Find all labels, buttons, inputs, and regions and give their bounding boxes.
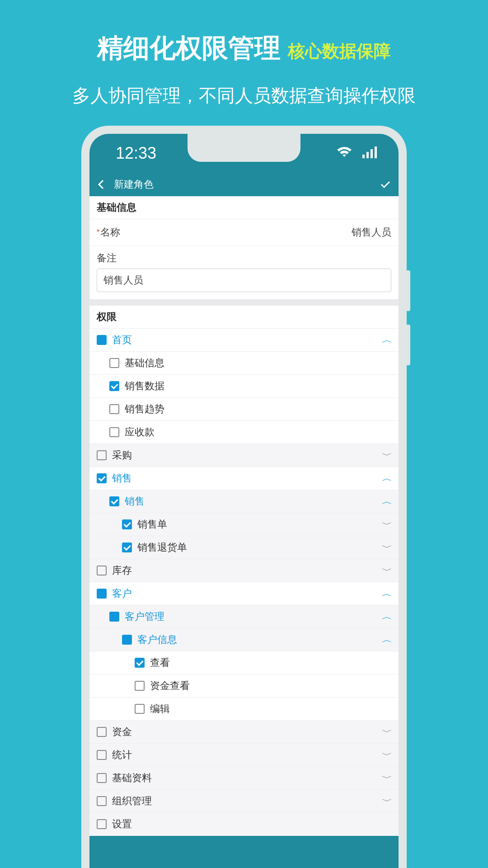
chevron-up-icon[interactable]: ︿ <box>382 634 392 645</box>
permission-label: 客户管理 <box>125 610 383 623</box>
permission-row[interactable]: 销售数据 <box>89 375 399 398</box>
checkbox[interactable] <box>97 796 107 806</box>
confirm-button[interactable] <box>378 180 390 189</box>
nav-title: 新建角色 <box>114 178 378 191</box>
permission-label: 销售退货单 <box>137 541 383 554</box>
chevron-up-icon[interactable]: ︿ <box>382 473 392 484</box>
wifi-icon <box>336 146 352 160</box>
promo-description: 多人协同管理，不同人员数据查询操作权限 <box>0 83 488 108</box>
checkbox[interactable] <box>109 496 119 506</box>
checkbox[interactable] <box>97 819 107 829</box>
permission-row[interactable]: 库存﹀ <box>89 559 399 582</box>
remark-input[interactable] <box>97 269 391 292</box>
permission-label: 采购 <box>112 448 383 462</box>
promo-subtitle: 核心数据保障 <box>288 40 391 63</box>
chevron-down-icon[interactable]: ﹀ <box>382 519 392 530</box>
checkbox[interactable] <box>97 773 107 783</box>
checkbox[interactable] <box>109 381 119 391</box>
permission-label: 销售数据 <box>125 379 391 393</box>
checkbox[interactable] <box>97 750 107 760</box>
phone-volume-down <box>407 325 410 365</box>
chevron-down-icon[interactable]: ﹀ <box>382 796 392 807</box>
checkbox[interactable] <box>109 358 119 368</box>
svg-rect-2 <box>371 149 373 158</box>
checkbox[interactable] <box>97 727 107 737</box>
permission-row[interactable]: 组织管理﹀ <box>89 790 399 813</box>
checkbox[interactable] <box>135 681 145 691</box>
phone-volume-up <box>407 270 410 311</box>
checkbox[interactable] <box>97 566 107 576</box>
name-label: 名称 <box>100 226 120 239</box>
permission-label: 销售趋势 <box>125 402 391 416</box>
chevron-down-icon[interactable]: ﹀ <box>382 726 392 737</box>
chevron-down-icon[interactable]: ﹀ <box>382 565 392 576</box>
chevron-down-icon[interactable]: ﹀ <box>382 750 392 760</box>
permission-label: 基础资料 <box>112 771 383 785</box>
permission-row[interactable]: 首页︿ <box>89 329 399 352</box>
checkbox[interactable] <box>135 658 145 668</box>
permission-label: 查看 <box>150 656 391 670</box>
name-field-row[interactable]: * 名称 销售人员 <box>89 219 399 246</box>
permission-row[interactable]: 采购﹀ <box>89 444 399 467</box>
content-area: 基础信息 * 名称 销售人员 备注 权限 首页︿基础信息销售数据销售趋势应收款采… <box>89 196 399 836</box>
permission-row[interactable]: 销售退货单﹀ <box>89 536 399 559</box>
chevron-down-icon[interactable]: ﹀ <box>382 450 392 461</box>
chevron-up-icon[interactable]: ︿ <box>382 611 392 622</box>
checkbox[interactable] <box>109 612 119 622</box>
permission-row[interactable]: 销售︿ <box>89 490 399 513</box>
chevron-down-icon[interactable]: ﹀ <box>382 773 392 783</box>
permission-row[interactable]: 资金查看 <box>89 675 399 698</box>
back-button[interactable] <box>98 179 110 189</box>
checkbox[interactable] <box>122 519 132 529</box>
permission-row[interactable]: 应收款 <box>89 421 399 444</box>
checkbox[interactable] <box>122 635 132 645</box>
chevron-up-icon[interactable]: ︿ <box>382 588 392 599</box>
permission-label: 统计 <box>112 748 383 762</box>
permission-label: 库存 <box>112 564 383 577</box>
required-marker: * <box>97 228 99 236</box>
permission-label: 基础信息 <box>125 356 391 370</box>
permission-label: 销售单 <box>137 518 383 531</box>
phone-mockup: 12:33 新建角色 基础信息 * 名称 <box>81 126 407 868</box>
permission-row[interactable]: 编辑 <box>89 698 399 721</box>
permission-label: 资金查看 <box>150 679 391 693</box>
permission-label: 设置 <box>112 817 391 831</box>
phone-notch <box>188 134 300 162</box>
permission-row[interactable]: 销售︿ <box>89 467 399 490</box>
checkbox[interactable] <box>109 404 119 414</box>
permission-label: 编辑 <box>150 702 391 716</box>
section-permission: 权限 <box>89 306 399 329</box>
permission-row[interactable]: 基础资料﹀ <box>89 767 399 790</box>
chevron-up-icon[interactable]: ︿ <box>382 496 392 507</box>
permission-row[interactable]: 资金﹀ <box>89 721 399 744</box>
checkbox[interactable] <box>97 589 107 599</box>
svg-rect-3 <box>375 146 377 158</box>
permission-label: 首页 <box>112 333 383 347</box>
checkbox[interactable] <box>97 473 107 483</box>
checkbox[interactable] <box>97 450 107 460</box>
permission-label: 客户信息 <box>137 633 383 646</box>
permission-row[interactable]: 基础信息 <box>89 352 399 375</box>
permission-label: 销售 <box>125 495 383 508</box>
chevron-down-icon[interactable]: ﹀ <box>382 542 392 553</box>
permission-label: 客户 <box>112 587 383 600</box>
permission-row[interactable]: 统计﹀ <box>89 744 399 767</box>
permission-row[interactable]: 客户︿ <box>89 582 399 605</box>
signal-icon <box>362 146 377 160</box>
checkbox[interactable] <box>109 427 119 437</box>
checkbox[interactable] <box>135 704 145 714</box>
permission-row[interactable]: 设置 <box>89 813 399 836</box>
permission-label: 应收款 <box>125 425 391 439</box>
permission-row[interactable]: 销售单﹀ <box>89 513 399 536</box>
checkbox[interactable] <box>122 542 132 552</box>
checkbox[interactable] <box>97 335 107 345</box>
svg-rect-0 <box>362 155 365 158</box>
status-time: 12:33 <box>116 144 156 163</box>
chevron-up-icon[interactable]: ︿ <box>382 335 392 345</box>
permission-label: 资金 <box>112 725 383 739</box>
permission-row[interactable]: 客户管理︿ <box>89 605 399 628</box>
permission-row[interactable]: 客户信息︿ <box>89 628 399 651</box>
name-value: 销售人员 <box>352 226 391 239</box>
permission-row[interactable]: 销售趋势 <box>89 398 399 421</box>
permission-row[interactable]: 查看 <box>89 651 399 675</box>
